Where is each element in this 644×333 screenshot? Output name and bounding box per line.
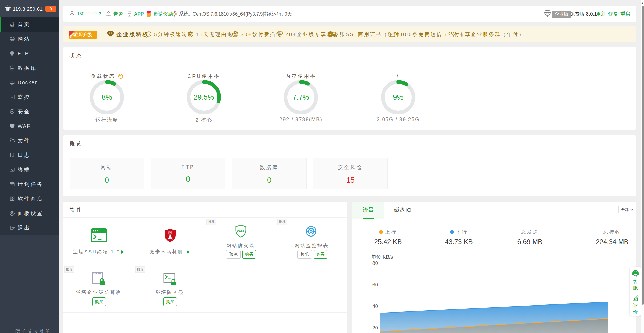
svg-text:APP: APP: [128, 12, 131, 14]
svg-text:SSL: SSL: [327, 33, 334, 35]
svg-text:?: ?: [119, 75, 122, 78]
svg-text:30+: 30+: [232, 33, 239, 36]
svg-text:WAF: WAF: [237, 229, 245, 233]
